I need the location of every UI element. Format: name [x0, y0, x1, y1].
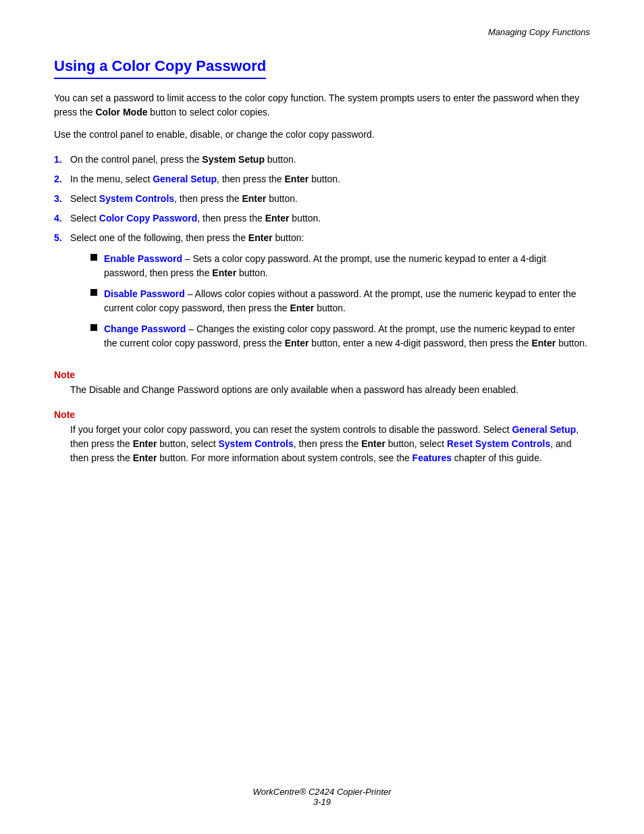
- disable-password-link[interactable]: Disable Password: [104, 288, 185, 299]
- system-controls-link[interactable]: System Controls: [99, 193, 174, 204]
- step-5-num: 5.: [54, 231, 70, 245]
- step-3-text: Select System Controls, then press the E…: [70, 192, 590, 206]
- sub-item-enable-text: Enable Password – Sets a color copy pass…: [104, 252, 590, 280]
- page-title: Using a Color Copy Password: [54, 57, 266, 79]
- note-1-text: The Disable and Change Password options …: [70, 383, 590, 397]
- step-3-num: 3.: [54, 192, 70, 206]
- footer-line1: WorkCentre® C2424 Copier-Printer: [0, 787, 644, 797]
- note-2-text: If you forget your color copy password, …: [70, 423, 590, 465]
- step-2-text: In the menu, select General Setup, then …: [70, 172, 590, 186]
- step-4-num: 4.: [54, 211, 70, 226]
- note-block-1: Note The Disable and Change Password opt…: [54, 369, 590, 397]
- bullet-1: [90, 254, 97, 261]
- note-2-label: Note: [54, 409, 590, 420]
- note-bold-2: Enter: [361, 438, 385, 449]
- note-block-2: Note If you forget your color copy passw…: [54, 409, 590, 465]
- steps-list: 1. On the control panel, press the Syste…: [54, 153, 590, 357]
- intro-paragraph-2: Use the control panel to enable, disable…: [54, 128, 590, 142]
- note-features-link[interactable]: Features: [412, 452, 452, 463]
- step-2-bold: Enter: [285, 174, 309, 184]
- enable-password-link[interactable]: Enable Password: [104, 253, 182, 264]
- step-1-num: 1.: [54, 153, 70, 167]
- enable-bold: Enter: [212, 267, 236, 278]
- bullet-3: [90, 324, 97, 331]
- note-system-controls-link[interactable]: System Controls: [218, 438, 293, 449]
- sub-item-disable: Disable Password – Allows color copies w…: [90, 287, 590, 315]
- note-bold-3: Enter: [133, 452, 157, 463]
- sub-item-enable: Enable Password – Sets a color copy pass…: [90, 252, 590, 280]
- note-bold-1: Enter: [133, 438, 157, 449]
- general-setup-link[interactable]: General Setup: [153, 174, 217, 184]
- step-1: 1. On the control panel, press the Syste…: [54, 153, 590, 167]
- step-1-text: On the control panel, press the System S…: [70, 153, 590, 167]
- step-1-bold: System Setup: [202, 154, 265, 165]
- footer-line2: 3-19: [0, 797, 644, 807]
- step-5-text: Select one of the following, then press …: [70, 231, 590, 357]
- color-copy-password-link[interactable]: Color Copy Password: [99, 213, 197, 224]
- step-3: 3. Select System Controls, then press th…: [54, 192, 590, 206]
- step-4-text: Select Color Copy Password, then press t…: [70, 211, 590, 226]
- page-header: Managing Copy Functions: [54, 27, 590, 37]
- step-3-bold: Enter: [242, 193, 266, 204]
- intro-bold-1: Color Mode: [95, 107, 147, 118]
- page-footer: WorkCentre® C2424 Copier-Printer 3-19: [0, 787, 644, 807]
- step-2: 2. In the menu, select General Setup, th…: [54, 172, 590, 186]
- page: Managing Copy Functions Using a Color Co…: [0, 0, 644, 834]
- sub-item-change-text: Change Password – Changes the existing c…: [104, 322, 590, 350]
- intro-paragraph-1: You can set a password to limit access t…: [54, 91, 590, 120]
- change-bold-2: Enter: [531, 338, 556, 348]
- step-4: 4. Select Color Copy Password, then pres…: [54, 211, 590, 226]
- note-1-label: Note: [54, 369, 590, 380]
- sub-list: Enable Password – Sets a color copy pass…: [90, 252, 590, 350]
- step-4-bold: Enter: [265, 213, 290, 224]
- header-title: Managing Copy Functions: [488, 27, 590, 37]
- change-bold-1: Enter: [285, 338, 309, 348]
- sub-item-change: Change Password – Changes the existing c…: [90, 322, 590, 350]
- change-password-link[interactable]: Change Password: [104, 323, 186, 334]
- step-5-bold: Enter: [248, 232, 273, 243]
- note-reset-link[interactable]: Reset System Controls: [447, 438, 550, 449]
- step-2-num: 2.: [54, 172, 70, 186]
- disable-bold: Enter: [290, 303, 314, 313]
- intro-text-1-end: button to select color copies.: [147, 107, 269, 118]
- bullet-2: [90, 289, 97, 296]
- sub-item-disable-text: Disable Password – Allows color copies w…: [104, 287, 590, 315]
- step-5: 5. Select one of the following, then pre…: [54, 231, 590, 357]
- note-general-setup-link[interactable]: General Setup: [512, 424, 576, 435]
